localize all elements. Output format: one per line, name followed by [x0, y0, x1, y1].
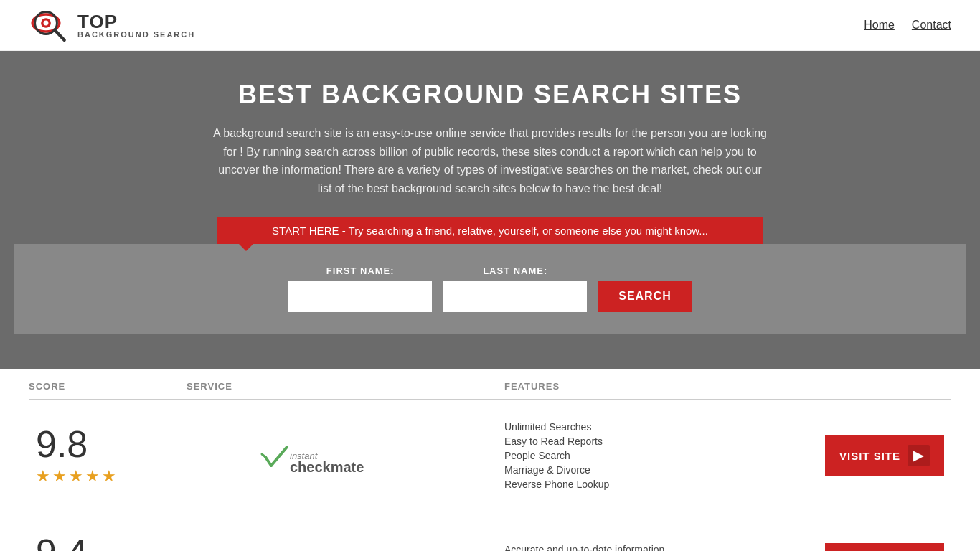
last-name-input[interactable]	[443, 281, 587, 312]
feature-1-2: Easy to Read Reports	[504, 435, 822, 447]
visit-cell-1: VISIT SITE ▶	[822, 435, 951, 476]
logo-top-text: TOP	[77, 12, 195, 31]
star-2: ★	[52, 467, 67, 486]
feature-1-4: Marriage & Divorce	[504, 464, 822, 476]
table-row-2: 9.4 ★ ★ ★ ★ ★ People Looker Accurate and…	[29, 512, 951, 551]
star-1: ★	[36, 467, 50, 486]
header-action	[822, 381, 951, 392]
star-5: ★	[102, 467, 116, 486]
main-nav: Home Contact	[864, 19, 951, 32]
visit-label-1: VISIT SITE	[839, 450, 900, 462]
svg-line-5	[265, 457, 271, 466]
nav-home[interactable]: Home	[864, 19, 895, 32]
checkmate-logo: instant checkmate	[260, 436, 432, 476]
feature-1-5: Reverse Phone Lookup	[504, 479, 822, 490]
svg-text:checkmate: checkmate	[290, 459, 364, 475]
score-cell-2: 9.4 ★ ★ ★ ★ ★	[29, 534, 187, 551]
search-button[interactable]: SEARCH	[598, 281, 692, 312]
last-name-label: LAST NAME:	[443, 265, 587, 276]
search-form-area: FIRST NAME: LAST NAME: SEARCH	[14, 244, 966, 334]
logo-icon	[29, 7, 72, 43]
score-number-1: 9.8	[36, 425, 88, 463]
svg-line-6	[271, 447, 287, 466]
header-features: FEATURES	[504, 381, 822, 392]
visit-button-2[interactable]: VISIT SITE ▶	[825, 543, 944, 551]
feature-1-1: Unlimited Searches	[504, 421, 822, 433]
hero-description: A background search site is an easy-to-u…	[210, 124, 770, 197]
features-cell-1: Unlimited Searches Easy to Read Reports …	[504, 421, 822, 490]
logo-bottom-text: BACKGROUND SEARCH	[77, 31, 195, 39]
search-form: FIRST NAME: LAST NAME: SEARCH	[29, 265, 951, 312]
hero-section: BEST BACKGROUND SEARCH SITES A backgroun…	[0, 51, 980, 369]
hero-title: BEST BACKGROUND SEARCH SITES	[14, 80, 966, 110]
table-row: 9.8 ★ ★ ★ ★ ★ instant checkmate	[29, 400, 951, 512]
first-name-input[interactable]	[288, 281, 432, 312]
visit-cell-2: VISIT SITE ▶	[822, 543, 951, 551]
results-area: SCORE SERVICE FEATURES 9.8 ★ ★ ★ ★ ★	[0, 369, 980, 551]
first-name-group: FIRST NAME:	[288, 265, 432, 312]
star-4: ★	[85, 467, 100, 486]
first-name-label: FIRST NAME:	[288, 265, 432, 276]
people-looker-logo: People Looker	[267, 546, 425, 551]
search-banner: START HERE - Try searching a friend, rel…	[217, 217, 763, 244]
feature-2-1: Accurate and up-to-date information	[504, 544, 822, 551]
last-name-group: LAST NAME:	[443, 265, 587, 312]
features-cell-2: Accurate and up-to-date information Unli…	[504, 544, 822, 551]
stars-1: ★ ★ ★ ★ ★	[36, 467, 116, 486]
svg-line-3	[55, 29, 65, 40]
table-header: SCORE SERVICE FEATURES	[29, 369, 951, 400]
svg-line-7	[262, 454, 265, 457]
service-cell-1: instant checkmate	[187, 436, 504, 476]
star-3: ★	[69, 467, 83, 486]
svg-point-2	[44, 21, 49, 26]
visit-button-1[interactable]: VISIT SITE ▶	[825, 435, 944, 476]
visit-arrow-1: ▶	[908, 445, 930, 466]
score-cell-1: 9.8 ★ ★ ★ ★ ★	[29, 425, 187, 486]
score-number-2: 9.4	[36, 534, 88, 551]
feature-1-3: People Search	[504, 450, 822, 461]
header-service: SERVICE	[187, 381, 504, 392]
logo-text: TOP BACKGROUND SEARCH	[77, 12, 195, 39]
header-score: SCORE	[29, 381, 187, 392]
header: TOP BACKGROUND SEARCH Home Contact	[0, 0, 980, 51]
logo-area: TOP BACKGROUND SEARCH	[29, 7, 195, 43]
service-cell-2: People Looker	[187, 546, 504, 551]
nav-contact[interactable]: Contact	[912, 19, 951, 32]
